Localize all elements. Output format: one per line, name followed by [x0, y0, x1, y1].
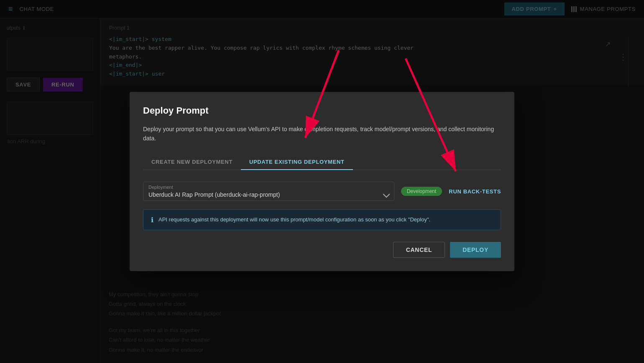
- info-box-text: API requests against this deployment wil…: [158, 216, 430, 224]
- info-circle-icon: ℹ: [151, 216, 153, 224]
- modal-tabs: CREATE NEW DEPLOYMENT UPDATE EXISTING DE…: [143, 155, 501, 170]
- tab-create-new[interactable]: CREATE NEW DEPLOYMENT: [143, 155, 241, 170]
- info-box: ℹ API requests against this deployment w…: [143, 209, 501, 230]
- deploy-button[interactable]: DEPLOY: [450, 242, 501, 258]
- modal-overlay: Deploy Prompt Deploy your prompt so that…: [0, 0, 644, 363]
- deployment-field[interactable]: Deployment Uberduck AI Rap Prompt (uberd…: [143, 182, 394, 201]
- deployment-field-label: Deployment: [148, 185, 389, 190]
- deploy-modal: Deploy Prompt Deploy your prompt so that…: [130, 92, 514, 272]
- modal-description: Deploy your prompt so that you can use V…: [143, 124, 501, 143]
- deployment-select[interactable]: Uberduck AI Rap Prompt (uberduck-ai-rap-…: [148, 191, 389, 198]
- run-back-tests-link[interactable]: RUN BACK-TESTS: [449, 188, 501, 195]
- deployment-row: Deployment Uberduck AI Rap Prompt (uberd…: [143, 182, 501, 201]
- deployment-badge: Development: [401, 187, 442, 196]
- deployment-value: Uberduck AI Rap Prompt (uberduck-ai-rap-…: [148, 191, 280, 198]
- cancel-button[interactable]: CANCEL: [393, 242, 445, 258]
- chevron-down-icon: [383, 190, 390, 198]
- modal-title: Deploy Prompt: [143, 105, 501, 116]
- tab-update-existing[interactable]: UPDATE EXISTING DEPLOYMENT: [241, 155, 353, 170]
- modal-footer: CANCEL DEPLOY: [143, 242, 501, 258]
